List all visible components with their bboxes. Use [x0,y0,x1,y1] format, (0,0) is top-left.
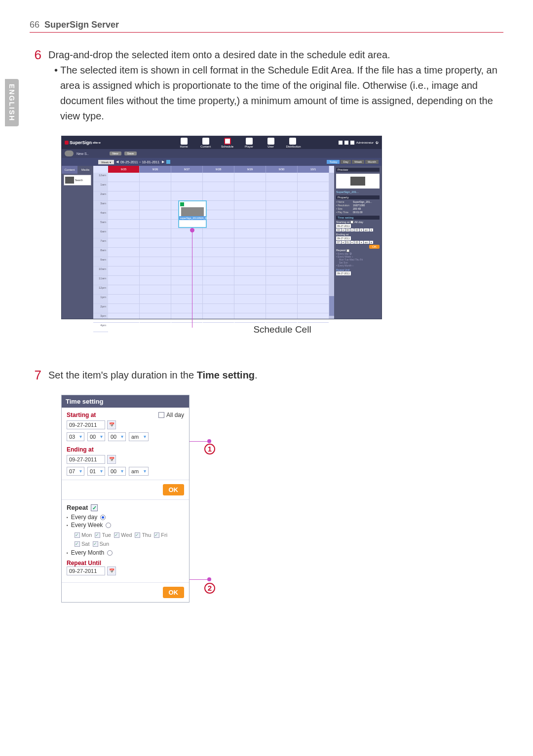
end-date-input[interactable]: 09-27-2011 [67,455,105,464]
end-min-select[interactable]: 01▾ [87,467,105,476]
schedule-cell[interactable]: superSign_20110924_01 [178,200,207,228]
step-7: 7 Set the item's play duration in the Ti… [30,368,503,383]
everyweek-radio[interactable] [106,523,111,528]
nav-distribution[interactable]: Distribution [286,138,299,148]
calendar-icon[interactable]: 📅 [107,567,116,575]
day-wed-checkbox[interactable]: ✓ [114,532,119,538]
allday-checkbox[interactable] [158,412,164,418]
ok-button[interactable]: OK [163,484,185,495]
back-icon[interactable] [65,151,74,156]
everyweek-label: Every Week [71,522,103,529]
starting-at-label: Starting at [67,412,96,418]
preview-header: Preview [336,168,380,172]
new-button[interactable]: New [110,151,121,155]
calendar-icon[interactable]: 📅 [107,455,116,464]
schedule-name: New S.. [76,152,89,155]
language-tab: ENGLISH [5,79,19,126]
repeat-until-label: Repeat Until [67,560,184,567]
day-tue-checkbox[interactable]: ✓ [95,532,100,538]
repeat-until-date[interactable]: 09-27-2011 [336,271,351,275]
logout-icon[interactable]: ⏻ [376,141,379,144]
view-icon[interactable] [339,141,343,145]
start-time-select[interactable]: 03▾00▾00▾am▾ [336,228,373,231]
nav-home[interactable]: Home [178,138,190,148]
scrollbar[interactable] [329,173,334,319]
chevron-down-icon: ▾ [100,468,103,474]
tools-icon[interactable] [344,141,348,145]
end-ampm-select[interactable]: am▾ [129,467,149,476]
preview-name: SuperSign_201... [336,190,380,193]
ok-button-2[interactable]: OK [163,587,185,598]
start-date-input[interactable]: 09-27-2011 [336,224,351,228]
chevron-down-icon: ▾ [121,468,123,474]
repeat-checkbox[interactable]: ✓ [91,504,98,511]
callout-1: 1 [204,444,215,454]
repeat-until-date[interactable]: 09-27-2011 [67,567,105,575]
content-item[interactable]: Search [64,175,91,186]
calendar-icon[interactable]: 📅 [107,420,116,429]
chevron-down-icon: ▾ [144,434,146,440]
ending-at-label: Ending at [67,446,94,453]
everyday-label: Every day [71,514,97,521]
prev-icon[interactable]: ◀ [116,160,118,164]
start-min-select[interactable]: 00▾ [87,432,105,441]
step-number: 6 [30,47,41,124]
step-bullet: • The selected item is shown in cell for… [51,63,503,124]
callout-2: 2 [204,583,215,594]
start-hour-select[interactable]: 03▾ [67,432,84,441]
nav-player[interactable]: Player [243,138,256,148]
nav-schedule[interactable]: Schedule [221,138,234,148]
schedule-editor-screenshot: SuperSignelite-w Home Content Schedule P… [61,136,382,319]
app-logo: SuperSignelite-w [65,140,101,145]
everyday-radio[interactable] [100,515,106,520]
month-button[interactable]: Month [365,160,379,164]
day-thu-checkbox[interactable]: ✓ [135,532,140,538]
view-dropdown[interactable]: Week ▾ [98,160,114,164]
allday-label: All day [166,412,184,418]
end-date-input[interactable]: 09-27-2011 [336,236,351,240]
settings-icon[interactable] [350,141,354,145]
thumbnail-icon [65,177,74,184]
start-date-input[interactable]: 09-27-2011 [67,420,105,429]
end-sec-select[interactable]: 00▾ [108,467,126,476]
page-header: 66 SuperSign Server [30,20,503,33]
schedule-icon [224,138,231,145]
everymonth-radio[interactable] [107,550,113,556]
ok-button[interactable]: OK [369,245,380,249]
week-button[interactable]: Week [352,160,364,164]
page-number: 66 [30,20,39,30]
nav-user[interactable]: User [265,138,277,148]
tab-content[interactable]: Content [62,166,77,174]
day-fri-checkbox[interactable]: ✓ [154,532,159,538]
preview-image [336,174,380,189]
step-text: Set the item's play duration in the [48,370,197,380]
nav-content[interactable]: Content [199,138,212,148]
today-button[interactable]: Today [327,160,340,164]
start-sec-select[interactable]: 00▾ [108,432,126,441]
tab-media[interactable]: Media [77,166,93,174]
screenshot-caption: Schedule Cell [61,324,503,335]
end-time-select[interactable]: 07▾01▾00▾am▾ [336,241,373,244]
end-hour-select[interactable]: 07▾ [67,467,84,476]
start-ampm-select[interactable]: am▾ [129,432,149,441]
page-title: SuperSign Server [44,20,119,30]
chevron-down-icon: ▾ [79,468,82,474]
day-button[interactable]: Day [341,160,351,164]
schedule-grid[interactable]: 9/259/26 9/279/28 9/299/30 10/1 superSig… [108,173,329,319]
step-number: 7 [30,368,41,383]
step-text: Drag-and-drop the selected item onto a d… [48,47,503,63]
day-sun-checkbox[interactable]: ✓ [93,541,98,547]
time-setting-panel: Time setting Starting at All day 09-27-2… [61,395,190,603]
day-sat-checkbox[interactable]: ✓ [75,541,80,547]
allday-checkbox[interactable] [350,221,353,224]
save-button[interactable]: Save [124,151,137,155]
chevron-down-icon: ▾ [144,468,146,474]
calendar-icon[interactable] [166,160,170,164]
next-icon[interactable]: ▶ [162,160,164,164]
cell-thumbnail [181,207,204,216]
property-header: Property [336,195,380,199]
chevron-down-icon: ▾ [100,434,103,440]
panel-header: Time setting [62,395,189,408]
time-axis: 12am1am2am 3am4am5am 6am7am8am 9am10am11… [93,173,108,319]
day-mon-checkbox[interactable]: ✓ [75,532,80,538]
